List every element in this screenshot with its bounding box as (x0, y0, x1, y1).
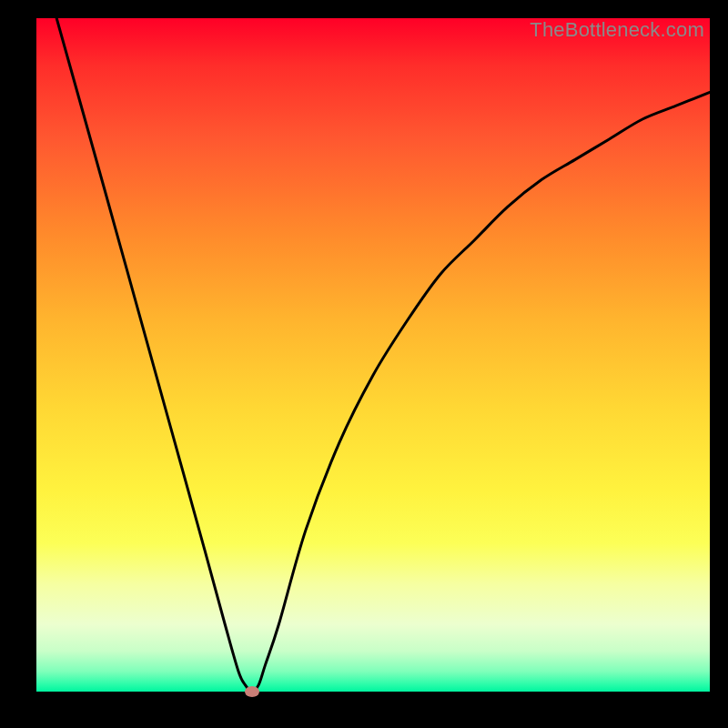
plot-area: TheBottleneck.com (36, 18, 710, 692)
bottleneck-curve (36, 18, 710, 692)
optimal-point-marker (245, 686, 259, 697)
chart-frame: TheBottleneck.com (0, 0, 728, 728)
